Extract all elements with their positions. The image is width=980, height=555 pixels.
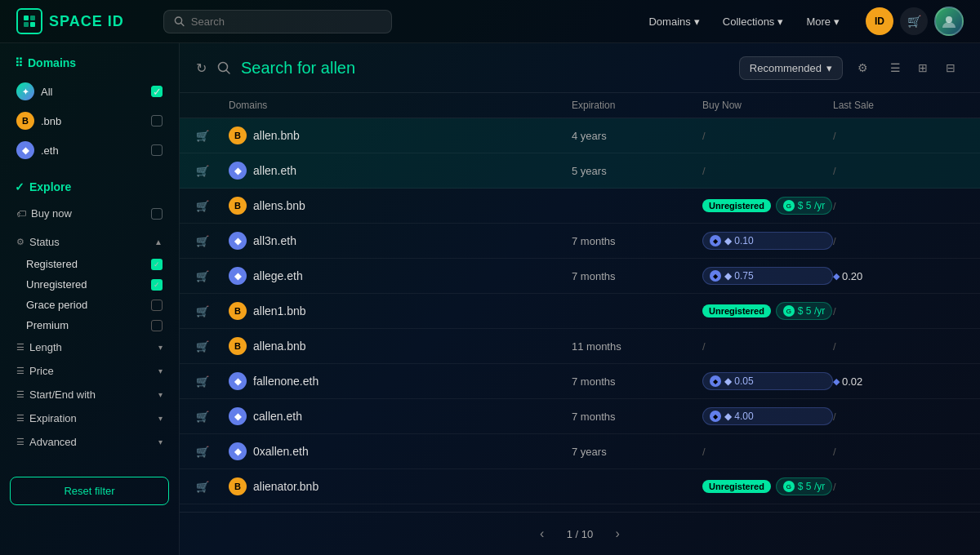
svg-rect-0 <box>24 16 29 20</box>
domain-name-cell: ◆ callen.eth <box>229 407 572 425</box>
bnb-row-icon: B <box>229 127 247 144</box>
filter-price[interactable]: ☰ Price ▾ <box>10 359 169 383</box>
buy-now-cell[interactable]: ◆ ◆ 0.10 <box>702 232 833 250</box>
filter-eth[interactable]: ◆ .eth <box>10 136 169 164</box>
table-row[interactable]: 🛒 ◆ fallenone.eth 7 months ◆ ◆ 0.05 ◆ 0.… <box>180 364 980 399</box>
bnb-domain-icon: B <box>16 112 34 130</box>
page-info: 1 / 10 <box>567 528 594 540</box>
table-row[interactable]: 🛒 ◆ alien.eth 9 months / / <box>180 504 980 512</box>
user-avatar[interactable] <box>934 7 964 36</box>
expiration-cell: 7 months <box>572 235 702 247</box>
bnb-checkbox[interactable] <box>151 115 163 127</box>
buy-now-cell[interactable]: ◆ ◆ 0.05 <box>702 372 833 390</box>
registered-checkbox[interactable]: ✓ <box>151 259 163 270</box>
more-nav[interactable]: More ▾ <box>796 11 849 33</box>
table-row[interactable]: 🛒 ◆ allen.eth 5 years / / <box>180 153 980 189</box>
eth-row-icon: ◆ <box>229 267 247 285</box>
table-row[interactable]: 🛒 B allens.bnb Unregistered G $ 5 /yr / <box>180 189 980 224</box>
table-row[interactable]: 🛒 B allen.bnb 4 years / / <box>180 118 980 153</box>
table-row[interactable]: 🛒 ◆ all3n.eth 7 months ◆ ◆ 0.10 / <box>180 224 980 259</box>
filter-expiration[interactable]: ☰ Expiration ▾ <box>10 406 169 430</box>
sort-dropdown[interactable]: Recommended ▾ <box>739 56 843 80</box>
grace-checkbox[interactable] <box>151 300 163 311</box>
domain-name: allen1.bnb <box>253 304 306 317</box>
table-row[interactable]: 🛒 ◆ callen.eth 7 months ◆ ◆ 4.00 / <box>180 399 980 434</box>
status-premium[interactable]: Premium <box>10 315 169 335</box>
collections-nav[interactable]: Collections ▾ <box>713 11 794 33</box>
logo[interactable]: SPACE ID <box>16 8 147 34</box>
buy-now-cell[interactable]: ◆ ◆ 4.00 <box>702 407 833 425</box>
global-search[interactable] <box>163 10 392 33</box>
cart-button[interactable]: 🛒 <box>900 7 928 35</box>
content-header: ↻ Search for allen Recommended ▾ ⚙ ☰ ⊞ ⊟ <box>180 43 980 93</box>
domains-section: ⠿ Domains ✦ All ✓ B .bnb ◆ .eth <box>10 56 169 164</box>
filter-start/end-with[interactable]: ☰ Start/End with ▾ <box>10 383 169 406</box>
last-sale-cell: ◆ 0.02 <box>833 375 964 388</box>
last-sale-cell: / <box>833 235 964 247</box>
buy-now-cell[interactable]: / <box>702 340 833 353</box>
table-row[interactable]: 🛒 ◆ 0xallen.eth 7 years / / <box>180 434 980 469</box>
all-checkbox[interactable]: ✓ <box>151 86 163 97</box>
eth-price-badge: ◆ ◆ 0.75 <box>702 267 833 285</box>
buy-now-checkbox[interactable] <box>151 208 163 220</box>
buy-now-cell[interactable]: / <box>702 165 833 177</box>
buy-now-cell[interactable]: / <box>702 130 833 142</box>
table-row[interactable]: 🛒 ◆ allege.eth 7 months ◆ ◆ 0.75 ◆ 0.20 <box>180 259 980 294</box>
cart-icon-cell: 🛒 <box>196 130 229 142</box>
domains-nav[interactable]: Domains ▾ <box>639 11 709 33</box>
token-balance-button[interactable]: ID <box>866 7 893 35</box>
list-view-button[interactable]: ☰ <box>882 55 908 81</box>
domain-name-cell: B allen1.bnb <box>229 302 572 320</box>
reset-filter-button[interactable]: Reset filter <box>10 477 169 505</box>
last-sale-cell: ◆ 0.20 <box>833 270 964 282</box>
filter-bnb[interactable]: B .bnb <box>10 107 169 135</box>
table-row[interactable]: 🛒 B allena.bnb 11 months / / <box>180 329 980 364</box>
next-page-button[interactable]: › <box>606 522 629 545</box>
top-navigation: SPACE ID Domains ▾ Collections ▾ More ▾ … <box>0 0 980 43</box>
content-area: ↻ Search for allen Recommended ▾ ⚙ ☰ ⊞ ⊟ <box>180 43 980 555</box>
status-registered[interactable]: Registered ✓ <box>10 254 169 274</box>
compact-view-button[interactable]: ⊟ <box>938 55 964 81</box>
expiration-cell: 7 months <box>572 375 702 388</box>
grid-view-button[interactable]: ⊞ <box>910 55 936 81</box>
buy-now-cell[interactable]: Unregistered G $ 5 /yr <box>702 477 833 495</box>
filter-advanced[interactable]: ☰ Advanced ▾ <box>10 430 169 454</box>
domain-table: Domains Expiration Buy Now Last Sale 🛒 B… <box>180 93 980 512</box>
bnb-row-icon: B <box>229 477 247 495</box>
status-unregistered[interactable]: Unregistered ✓ <box>10 274 169 295</box>
last-sale-cell: / <box>833 411 964 423</box>
buy-now-filter[interactable]: 🏷 Buy now <box>10 202 169 225</box>
filter-icon-button[interactable]: ⚙ <box>849 55 875 81</box>
eth-price-badge: ◆ ◆ 0.10 <box>702 232 833 250</box>
domain-name-cell: B allena.bnb <box>229 337 572 355</box>
last-sale-cell: / <box>833 340 964 353</box>
cart-icon-cell: 🛒 <box>196 446 229 458</box>
search-input[interactable] <box>191 16 381 28</box>
eth-checkbox[interactable] <box>151 144 163 156</box>
table-row[interactable]: 🛒 B allen1.bnb Unregistered G $ 5 /yr / <box>180 294 980 329</box>
filter-all[interactable]: ✦ All ✓ <box>10 78 169 105</box>
buy-now-cell[interactable]: ◆ ◆ 0.75 <box>702 267 833 285</box>
cart-icon-cell: 🛒 <box>196 340 229 353</box>
cart-icon-cell: 🛒 <box>196 270 229 282</box>
other-filters: ☰ Length ▾ ☰ Price ▾ ☰ Start/End with ▾ … <box>10 335 169 454</box>
cart-icon-cell: 🛒 <box>196 200 229 212</box>
status-filter-header[interactable]: ⚙ Status ▲ <box>10 230 169 254</box>
expiration-cell: 7 months <box>572 411 702 423</box>
prev-page-button[interactable]: ‹ <box>531 522 554 545</box>
eth-price-badge: ◆ ◆ 0.05 <box>702 372 833 390</box>
unregistered-checkbox[interactable]: ✓ <box>151 279 163 291</box>
domain-name: allena.bnb <box>253 340 306 353</box>
table-header: Domains Expiration Buy Now Last Sale <box>180 93 980 118</box>
buy-now-cell[interactable]: / <box>702 446 833 458</box>
refresh-button[interactable]: ↻ <box>196 60 207 76</box>
premium-checkbox[interactable] <box>151 320 163 331</box>
filter-length[interactable]: ☰ Length ▾ <box>10 335 169 359</box>
domain-name: callen.eth <box>253 410 302 423</box>
expiration-text: 4 years <box>572 130 607 142</box>
buy-now-cell[interactable]: Unregistered G $ 5 /yr <box>702 302 833 320</box>
status-grace[interactable]: Grace period <box>10 295 169 315</box>
buy-now-cell[interactable]: Unregistered G $ 5 /yr <box>702 197 833 215</box>
search-icon <box>174 16 185 27</box>
table-row[interactable]: 🛒 B alienator.bnb Unregistered G $ 5 /yr… <box>180 469 980 504</box>
